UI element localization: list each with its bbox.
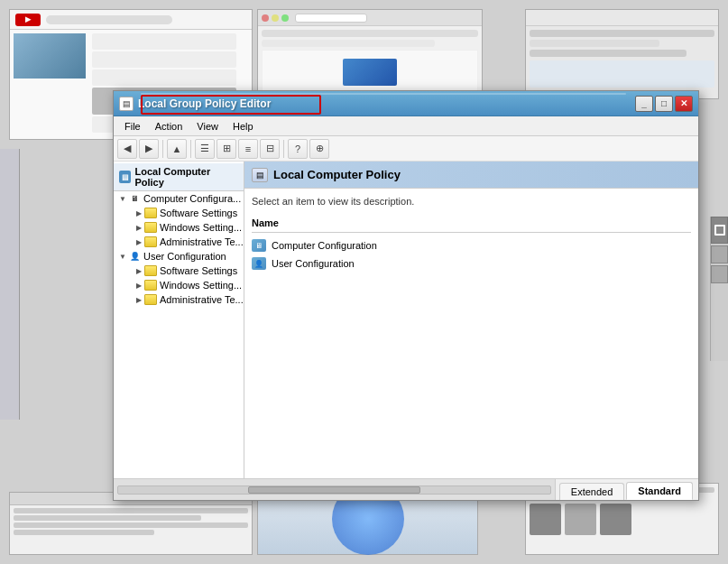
menu-view[interactable]: View: [189, 119, 226, 134]
window-controls: _ □ ✕: [635, 96, 693, 112]
content-area: ▤ Local Computer Policy ▼ 🖥 Computer Con…: [114, 162, 698, 478]
tree-arrow-windows-cc: ▶: [134, 222, 144, 233]
help-button[interactable]: ?: [288, 139, 308, 159]
menu-bar: File Action View Help: [114, 116, 698, 136]
close-button[interactable]: ✕: [675, 96, 693, 112]
show-hide-button[interactable]: ☰: [195, 139, 215, 159]
tree-label-software-uc: Software Settings: [160, 265, 237, 276]
folder-icon-software-uc: [144, 265, 157, 276]
folder-icon-windows-cc: [144, 222, 157, 233]
extended-view-button[interactable]: ⊟: [260, 139, 280, 159]
tree-node-software-cc[interactable]: ▶ Software Settings: [114, 206, 244, 220]
list-item-label-user-config: User Configuration: [272, 258, 355, 269]
status-tabs: Extended Standard: [556, 479, 698, 500]
folder-icon-windows-uc: [144, 280, 157, 291]
tree-arrow-windows-uc: ▶: [134, 280, 144, 291]
user-config-icon: 👤: [128, 251, 141, 262]
forward-button[interactable]: ▶: [139, 139, 159, 159]
minimize-button[interactable]: _: [635, 96, 653, 112]
title-bar-shine: [141, 93, 626, 95]
tree-arrow-software-uc: ▶: [134, 265, 144, 276]
tab-standard[interactable]: Standard: [626, 482, 693, 500]
list-item-computer-config[interactable]: 🖥 Computer Configuration: [252, 236, 691, 254]
tree-label-windows-uc: Windows Setting...: [160, 280, 242, 291]
folder-icon-admin-cc: [144, 236, 157, 247]
tree-node-computer-config[interactable]: ▼ 🖥 Computer Configura...: [114, 191, 244, 206]
tree-arrow-admin-cc: ▶: [134, 236, 144, 247]
menu-help[interactable]: Help: [226, 119, 261, 134]
toolbar-separator-2: [190, 140, 191, 158]
main-panel-header: ▤ Local Computer Policy: [244, 162, 698, 189]
tree-arrow-admin-uc: ▶: [134, 294, 144, 305]
video-thumbnail: [14, 33, 86, 79]
toolbar-separator-3: [283, 140, 284, 158]
tree-header-label: Local Computer Policy: [134, 166, 238, 188]
right-panel-strip: [710, 217, 728, 361]
title-bar: ▤ Local Group Policy Editor _ □ ✕: [114, 91, 698, 116]
youtube-logo: ▶: [15, 14, 41, 26]
tree-label-user-config: User Configuration: [143, 251, 226, 262]
tree-node-admin-uc[interactable]: ▶ Administrative Te...: [114, 292, 244, 307]
computer-config-icon: 🖥: [128, 193, 141, 204]
tree-label-admin-uc: Administrative Te...: [160, 294, 244, 305]
tree-arrow-software-cc: ▶: [134, 208, 144, 218]
description-text: Select an item to view its description.: [252, 196, 691, 207]
tree-node-software-uc[interactable]: ▶ Software Settings: [114, 264, 244, 278]
list-item-user-config[interactable]: 👤 User Configuration: [252, 254, 691, 273]
tree-node-user-config[interactable]: ▼ 👤 User Configuration: [114, 249, 244, 264]
tree-label-admin-cc: Administrative Te...: [160, 236, 244, 247]
tree-header: ▤ Local Computer Policy: [114, 163, 244, 191]
window-title: Local Group Policy Editor: [138, 97, 635, 110]
toolbar: ◀ ▶ ▲ ☰ ⊞ ≡ ⊟ ? ⊕: [114, 136, 698, 162]
bg-browser-right: [525, 9, 719, 99]
list-item-label-computer-config: Computer Configuration: [272, 240, 377, 251]
back-button[interactable]: ◀: [117, 139, 137, 159]
scrollbar-thumb[interactable]: [248, 486, 421, 494]
main-panel-title: Local Computer Policy: [273, 168, 401, 181]
status-scrollbar[interactable]: [114, 479, 556, 500]
left-panel-strip: [0, 149, 20, 420]
folder-icon-admin-uc: [144, 294, 157, 305]
main-panel-header-icon: ▤: [252, 168, 268, 182]
toolbar-separator-1: [162, 140, 163, 158]
tree-label-software-cc: Software Settings: [160, 208, 237, 218]
tree-label-computer-config: Computer Configura...: [143, 193, 241, 204]
status-bar: Extended Standard: [114, 478, 698, 500]
main-panel: ▤ Local Computer Policy Select an item t…: [244, 162, 698, 478]
bg-bottom-left: [9, 492, 253, 555]
user-config-list-icon: 👤: [252, 257, 266, 270]
computer-config-list-icon: 🖥: [252, 239, 266, 252]
scrollbar-track[interactable]: [117, 485, 551, 495]
tree-arrow-user-config: ▼: [117, 251, 128, 262]
tree-node-windows-cc[interactable]: ▶ Windows Setting...: [114, 220, 244, 235]
column-name: Name: [252, 217, 691, 228]
tree-arrow-computer-config: ▼: [117, 193, 128, 204]
menu-action[interactable]: Action: [148, 119, 190, 134]
bg-browser-center: [257, 9, 483, 99]
detail-view-button[interactable]: ≡: [238, 139, 258, 159]
window-icon: ▤: [119, 97, 134, 111]
tree-node-windows-uc[interactable]: ▶ Windows Setting...: [114, 278, 244, 292]
tree-node-admin-cc[interactable]: ▶ Administrative Te...: [114, 235, 244, 249]
tab-extended[interactable]: Extended: [559, 483, 624, 500]
main-window: ▤ Local Group Policy Editor _ □ ✕ File A…: [113, 90, 699, 501]
tree-panel: ▤ Local Computer Policy ▼ 🖥 Computer Con…: [114, 162, 244, 478]
list-view-button[interactable]: ⊞: [217, 139, 236, 159]
tree-header-icon: ▤: [119, 171, 131, 183]
properties-button[interactable]: ⊕: [309, 139, 329, 159]
main-panel-content: Select an item to view its description. …: [244, 189, 698, 478]
tree-label-windows-cc: Windows Setting...: [160, 222, 242, 233]
menu-file[interactable]: File: [117, 119, 148, 134]
list-header: Name: [252, 216, 691, 233]
maximize-button[interactable]: □: [655, 96, 673, 112]
up-folder-button[interactable]: ▲: [167, 139, 187, 159]
folder-icon-software-cc: [144, 208, 157, 218]
